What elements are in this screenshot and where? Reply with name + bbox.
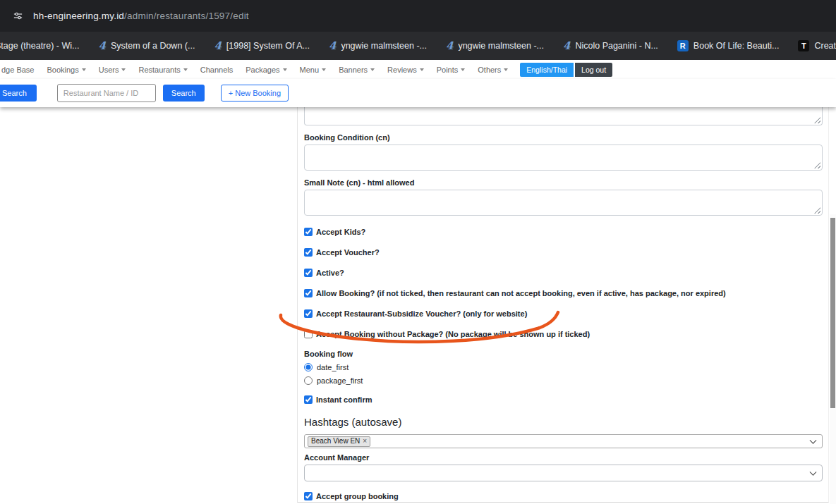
logout-button[interactable]: Log out bbox=[575, 63, 612, 77]
bookmark-label: Creative 3D Art bbox=[814, 41, 836, 51]
search-button[interactable]: Search bbox=[163, 85, 205, 102]
checkbox-row-allow-booking[interactable]: Allow Booking? (if not ticked, then rest… bbox=[304, 289, 823, 297]
admin-navbar: dge Base Bookings Users Restaurants Chan… bbox=[0, 60, 836, 79]
bookmark-label: yngwie malmsteen -... bbox=[458, 41, 544, 51]
4shared-icon: 4 bbox=[446, 41, 453, 51]
bookmark-label: Book Of Life: Beauti... bbox=[693, 41, 780, 51]
nav-item-banners[interactable]: Banners bbox=[332, 66, 381, 74]
nav-item-menu[interactable]: Menu bbox=[293, 66, 333, 74]
account-manager-label: Account Manager bbox=[304, 453, 823, 462]
language-toggle-button[interactable]: English/Thai bbox=[520, 63, 574, 77]
radio-row-date-first[interactable]: date_first bbox=[304, 363, 823, 371]
date-first-radio[interactable] bbox=[304, 363, 313, 371]
small-note-cn-label: Small Note (cn) - html allowed bbox=[304, 178, 823, 187]
search-toolbar: Search Search + New Booking bbox=[0, 79, 836, 107]
checkbox-row-instant-confirm[interactable]: Instant confirm bbox=[304, 395, 823, 404]
booking-flow-label: Booking flow bbox=[304, 350, 823, 358]
bookmark-label: [1998] System Of A... bbox=[226, 41, 310, 51]
chevron-down-icon bbox=[461, 68, 465, 71]
nav-item-bookings[interactable]: Bookings bbox=[40, 66, 92, 74]
t-site-icon: T bbox=[798, 40, 809, 51]
small-note-cn-wrap bbox=[304, 190, 823, 216]
browser-window: hh-engineering.my.id/admin/restaurants/1… bbox=[0, 0, 836, 504]
4shared-icon: 4 bbox=[214, 41, 221, 51]
bookmark-label: Nicolo Paganini - N... bbox=[575, 41, 658, 51]
active-checkbox[interactable] bbox=[304, 269, 313, 277]
checkbox-row-accept-kids[interactable]: Accept Kids? bbox=[304, 228, 823, 236]
chevron-down-icon bbox=[322, 68, 326, 71]
bookmark-label: Stage (theatre) - Wi... bbox=[0, 41, 79, 51]
site-settings-icon[interactable] bbox=[9, 8, 26, 25]
checkbox-row-booking-without-package[interactable]: Accept Booking without Package? (No pack… bbox=[304, 330, 823, 338]
checkbox-row-active[interactable]: Active? bbox=[304, 269, 823, 277]
checkbox-row-subsidize-voucher[interactable]: Accept Restaurant-Subsidize Voucher? (on… bbox=[304, 309, 823, 318]
chevron-down-icon bbox=[420, 68, 424, 71]
booking-condition-cn-label: Booking Condition (cn) bbox=[304, 133, 823, 142]
subsidize-voucher-checkbox[interactable] bbox=[304, 309, 313, 318]
nav-item-users[interactable]: Users bbox=[92, 66, 133, 74]
edit-restaurant-form: Booking Condition (cn) Small Note (cn) -… bbox=[297, 107, 829, 503]
chevron-down-icon bbox=[82, 68, 86, 71]
hashtags-select[interactable]: Beach View EN × bbox=[304, 434, 823, 448]
nav-item-channels[interactable]: Channels bbox=[194, 66, 239, 74]
radio-row-package-first[interactable]: package_first bbox=[304, 376, 823, 385]
chevron-down-icon bbox=[283, 68, 287, 71]
new-booking-button[interactable]: + New Booking bbox=[221, 85, 289, 102]
nav-item-points[interactable]: Points bbox=[430, 66, 472, 74]
4shared-icon: 4 bbox=[98, 41, 105, 51]
checkbox-row-accept-voucher[interactable]: Accept Voucher? bbox=[304, 248, 823, 257]
bookmark-label: System of a Down (... bbox=[111, 41, 195, 51]
accept-kids-checkbox[interactable] bbox=[304, 228, 313, 236]
account-manager-select[interactable] bbox=[304, 465, 823, 481]
bookmark-book-of-life[interactable]: RBook Of Life: Beauti... bbox=[677, 40, 780, 51]
page-content: Booking Condition (cn) Small Note (cn) -… bbox=[0, 107, 836, 504]
chevron-down-icon bbox=[810, 437, 817, 444]
package-first-radio[interactable] bbox=[304, 376, 313, 385]
chevron-down-icon bbox=[121, 68, 126, 71]
bookmark-stage-theatre[interactable]: Stage (theatre) - Wi... bbox=[0, 41, 79, 51]
nav-item-others[interactable]: Others bbox=[471, 66, 514, 74]
left-search-button[interactable]: Search bbox=[0, 85, 37, 102]
chevron-down-icon bbox=[370, 68, 375, 71]
bookmark-nicolo-paganini[interactable]: 4Nicolo Paganini - N... bbox=[563, 41, 658, 51]
booking-condition-cn-wrap bbox=[304, 145, 823, 171]
small-note-cn-textarea[interactable] bbox=[304, 190, 823, 216]
r-site-icon: R bbox=[677, 40, 689, 51]
booking-without-package-checkbox[interactable] bbox=[304, 330, 313, 338]
4shared-icon: 4 bbox=[563, 41, 570, 51]
nav-item-knowledge-base[interactable]: dge Base bbox=[0, 66, 40, 74]
scrollbar-thumb[interactable] bbox=[830, 218, 835, 408]
nav-item-restaurants[interactable]: Restaurants bbox=[132, 66, 193, 74]
allow-booking-checkbox[interactable] bbox=[304, 289, 313, 297]
chevron-down-icon bbox=[183, 68, 188, 71]
instant-confirm-checkbox[interactable] bbox=[304, 395, 313, 404]
restaurant-search-input[interactable] bbox=[57, 84, 156, 102]
browser-address-bar: hh-engineering.my.id/admin/restaurants/1… bbox=[0, 0, 836, 32]
url-domain: hh-engineering.my.id bbox=[33, 11, 124, 21]
accept-voucher-checkbox[interactable] bbox=[304, 248, 313, 257]
hashtag-chip: Beach View EN × bbox=[308, 436, 370, 447]
nav-item-reviews[interactable]: Reviews bbox=[381, 66, 430, 74]
bookmarks-bar: Stage (theatre) - Wi... 4System of a Dow… bbox=[0, 32, 836, 60]
url-bar[interactable]: hh-engineering.my.id/admin/restaurants/1… bbox=[33, 11, 249, 21]
4shared-icon: 4 bbox=[329, 41, 336, 51]
checkbox-row-group-booking[interactable]: Accept group booking bbox=[304, 492, 823, 500]
remove-chip-icon[interactable]: × bbox=[363, 438, 367, 445]
hashtags-heading: Hashtags (autosave) bbox=[304, 416, 823, 428]
bookmark-yngwie-1[interactable]: 4yngwie malmsteen -... bbox=[329, 41, 427, 51]
bookmark-yngwie-2[interactable]: 4yngwie malmsteen -... bbox=[446, 41, 544, 51]
chevron-down-icon bbox=[810, 469, 817, 476]
nav-item-packages[interactable]: Packages bbox=[239, 66, 293, 74]
hashtag-chip-label: Beach View EN bbox=[311, 438, 360, 445]
chevron-down-icon bbox=[504, 68, 508, 71]
bookmark-label: yngwie malmsteen -... bbox=[341, 41, 427, 51]
bookmark-creative-3d-art[interactable]: TCreative 3D Art bbox=[798, 40, 836, 51]
booking-condition-cn-textarea[interactable] bbox=[304, 145, 823, 171]
bookmark-1998-system[interactable]: 4[1998] System Of A... bbox=[214, 41, 310, 51]
group-booking-checkbox[interactable] bbox=[304, 492, 313, 500]
textarea-cropped-wrap bbox=[304, 107, 823, 125]
booking-condition-en-textarea[interactable] bbox=[304, 107, 823, 125]
bookmark-system-of-a-down[interactable]: 4System of a Down (... bbox=[98, 41, 195, 51]
url-path: /admin/restaurants/1597/edit bbox=[124, 11, 249, 21]
